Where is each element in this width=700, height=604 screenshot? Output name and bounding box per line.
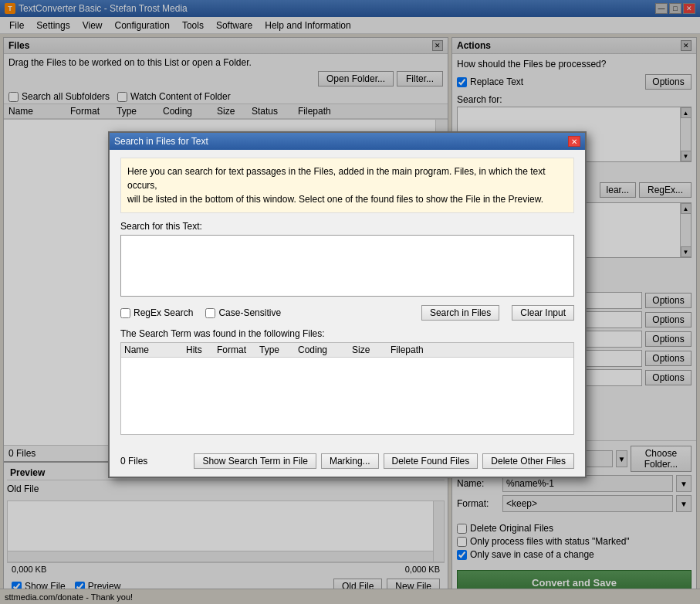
search-options-row: RegEx Search Case-Sensitive Search in Fi… bbox=[120, 305, 574, 321]
modal-overlay: Search in Files for Text ✕ Here you can … bbox=[0, 0, 700, 604]
modal-files-count: 0 Files bbox=[120, 456, 147, 467]
show-search-term-button[interactable]: Show Search Term in File bbox=[194, 453, 316, 469]
modal-description-line1: Here you can search for text passages in… bbox=[127, 166, 546, 191]
modal-body: Here you can search for text passages in… bbox=[110, 150, 585, 449]
modal-close-button[interactable]: ✕ bbox=[568, 136, 580, 147]
results-table-header: Name Hits Format Type Coding Size Filepa… bbox=[121, 343, 573, 358]
result-col-coding: Coding bbox=[298, 344, 352, 355]
case-sensitive-label[interactable]: Case-Sensitive bbox=[205, 307, 281, 318]
modal-description-line2: will be listed in the bottom of this win… bbox=[127, 194, 543, 205]
result-col-type: Type bbox=[259, 344, 298, 355]
regex-search-text: RegEx Search bbox=[134, 307, 193, 318]
regex-search-label[interactable]: RegEx Search bbox=[120, 307, 193, 318]
result-col-size: Size bbox=[352, 344, 391, 355]
modal-footer: 0 Files Show Search Term in File Marking… bbox=[110, 449, 585, 477]
regex-search-checkbox[interactable] bbox=[120, 308, 130, 318]
result-col-hits: Hits bbox=[186, 344, 217, 355]
result-col-name: Name bbox=[124, 344, 186, 355]
results-label: The Search Term was found in the followi… bbox=[120, 328, 574, 339]
result-col-format: Format bbox=[217, 344, 259, 355]
delete-other-button[interactable]: Delete Other Files bbox=[482, 453, 574, 469]
search-text-input[interactable] bbox=[120, 235, 574, 297]
search-for-text-label: Search for this Text: bbox=[120, 221, 574, 232]
case-sensitive-text: Case-Sensitive bbox=[218, 307, 281, 318]
modal-description: Here you can search for text passages in… bbox=[120, 158, 574, 213]
search-in-files-button[interactable]: Search in Files bbox=[421, 305, 499, 321]
clear-input-button[interactable]: Clear Input bbox=[512, 305, 574, 321]
modal-footer-buttons: Show Search Term in File Marking... Dele… bbox=[194, 453, 574, 469]
case-sensitive-checkbox[interactable] bbox=[205, 308, 215, 318]
marking-button[interactable]: Marking... bbox=[321, 453, 379, 469]
modal-title: Search in Files for Text bbox=[114, 136, 208, 147]
results-table-body bbox=[121, 358, 573, 427]
results-table: Name Hits Format Type Coding Size Filepa… bbox=[120, 342, 574, 435]
delete-found-button[interactable]: Delete Found Files bbox=[384, 453, 479, 469]
result-col-filepath: Filepath bbox=[391, 344, 468, 355]
app-window: T TextConverter Basic - Stefan Trost Med… bbox=[0, 0, 700, 604]
modal-title-bar: Search in Files for Text ✕ bbox=[110, 133, 585, 150]
search-modal: Search in Files for Text ✕ Here you can … bbox=[108, 131, 587, 478]
